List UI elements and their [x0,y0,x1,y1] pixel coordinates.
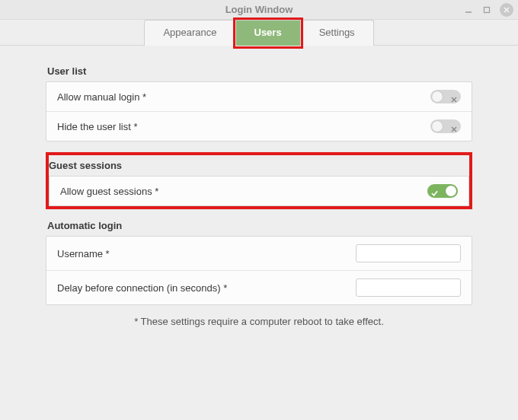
svg-rect-1 [484,8,490,13]
row-allow-manual-login: Allow manual login * [46,82,472,112]
row-delay: Delay before connection (in seconds) * [46,271,472,304]
window-title: Login Window [0,4,518,15]
toggle-hide-user-list[interactable] [430,119,461,133]
tab-label: Settings [319,27,355,38]
titlebar: Login Window [0,0,518,20]
x-icon [451,123,457,129]
row-allow-guest-sessions: Allow guest sessions * [50,177,468,205]
toggle-knob [432,91,443,102]
footnote: * These settings require a computer rebo… [37,316,481,327]
minimize-button[interactable] [463,5,474,15]
tab-group: Appearance Users Settings [144,20,373,46]
tab-users[interactable]: Users [236,21,301,46]
row-label: Delay before connection (in seconds) * [57,282,227,294]
toggle-knob [432,121,443,132]
row-label: Allow guest sessions * [60,186,158,197]
toggle-allow-guest-sessions[interactable] [427,184,458,198]
row-label: Allow manual login * [57,91,146,103]
panel-automatic-login: Username * Delay before connection (in s… [46,236,472,305]
tab-label: Users [254,27,282,38]
section-title-guest-sessions: Guest sessions [49,160,469,171]
maximize-button[interactable] [481,5,492,15]
content-area: User list Allow manual login * Hide the … [0,46,518,342]
x-icon [451,94,457,100]
row-label: Username * [57,248,110,259]
check-icon [431,188,438,195]
panel-user-list: Allow manual login * Hide the user list … [46,81,472,142]
row-hide-user-list: Hide the user list * [46,112,472,141]
toggle-knob [446,186,456,196]
username-input[interactable] [356,244,461,262]
row-label: Hide the user list * [57,121,138,132]
section-title-user-list: User list [47,65,471,77]
toggle-allow-manual-login[interactable] [430,90,461,103]
close-button[interactable] [500,3,513,17]
tab-bar: Appearance Users Settings [0,20,518,46]
window-controls [463,0,513,20]
highlighted-guest-sessions: Guest sessions Allow guest sessions * [46,152,472,209]
section-title-automatic-login: Automatic login [47,220,471,231]
delay-input[interactable] [356,278,461,297]
tab-appearance[interactable]: Appearance [145,21,235,46]
panel-guest-sessions: Allow guest sessions * [49,176,469,206]
tab-label: Appearance [163,27,216,38]
row-username: Username * [46,237,472,271]
tab-settings[interactable]: Settings [301,21,373,46]
